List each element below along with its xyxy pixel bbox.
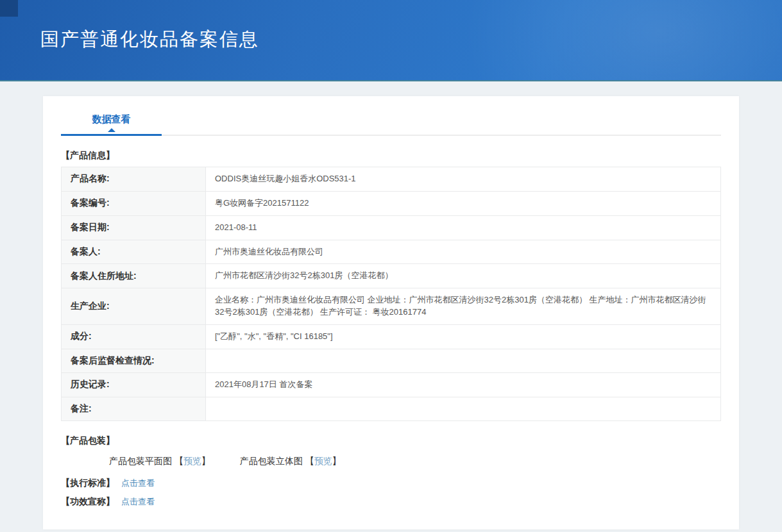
page-title: 国产普通化妆品备案信息 (40, 27, 259, 53)
packaging-flat-label: 产品包装平面图 (109, 456, 172, 466)
header-corner-decoration (0, 0, 18, 17)
row-label: 历史记录: (62, 372, 206, 397)
row-value: 广州市奥迪丝化妆品有限公司 (206, 240, 721, 264)
table-row: 历史记录:2021年08月17日 首次备案 (62, 372, 721, 397)
standard-section-title: 【执行标准】 (61, 478, 115, 488)
bracket-close: 】 (332, 456, 341, 466)
row-value: 2021-08-11 (206, 215, 721, 240)
table-row: 备案编号:粤G妆网备字2021571122 (62, 191, 721, 215)
product-info-section-title: 【产品信息】 (61, 150, 721, 162)
row-value: 企业名称：广州市奥迪丝化妆品有限公司 企业地址：广州市花都区清沙街32号2栋30… (206, 288, 721, 325)
preview-link-flat[interactable]: 预览 (183, 456, 201, 466)
header-glow-decoration (461, 0, 782, 81)
bracket-open: 【 (305, 456, 314, 466)
row-value: ODDIS奥迪丝玩趣小姐香水ODS531-1 (206, 167, 721, 192)
table-row: 备注: (62, 397, 721, 420)
row-value (206, 349, 721, 372)
packaging-flat-group: 产品包装平面图 【预览】 (109, 456, 210, 467)
row-label: 备案人: (62, 240, 206, 264)
row-label: 生产企业: (62, 288, 206, 325)
table-row: 备案人住所地址:广州市花都区清沙街32号2栋301房（空港花都） (62, 264, 721, 288)
row-label: 产品名称: (62, 167, 206, 192)
content-card: 数据查看 【产品信息】 产品名称:ODDIS奥迪丝玩趣小姐香水ODS531-1备… (43, 96, 739, 529)
table-row: 备案人:广州市奥迪丝化妆品有限公司 (62, 240, 721, 264)
table-row: 备案日期:2021-08-11 (62, 215, 721, 240)
efficacy-section-title: 【功效宣称】 (61, 496, 115, 506)
tab-bar: 数据查看 (61, 96, 721, 136)
product-info-table: 产品名称:ODDIS奥迪丝玩趣小姐香水ODS531-1备案编号:粤G妆网备字20… (61, 167, 721, 421)
row-value: 粤G妆网备字2021571122 (206, 191, 721, 215)
row-value (206, 397, 721, 420)
row-value: 广州市花都区清沙街32号2栋301房（空港花都） (206, 264, 721, 288)
standard-line: 【执行标准】点击查看 (61, 478, 721, 489)
packaging-stereo-label: 产品包装立体图 (240, 456, 303, 466)
row-label: 备案人住所地址: (62, 264, 206, 288)
bracket-close: 】 (201, 456, 210, 466)
tab-data-view-label: 数据查看 (92, 113, 131, 124)
packaging-stereo-group: 产品包装立体图 【预览】 (240, 456, 341, 467)
tab-data-view[interactable]: 数据查看 (61, 113, 162, 136)
product-table-body: 产品名称:ODDIS奥迪丝玩趣小姐香水ODS531-1备案编号:粤G妆网备字20… (62, 167, 721, 421)
page-header: 国产普通化妆品备案信息 (0, 0, 782, 81)
row-label: 成分: (62, 324, 206, 349)
packaging-line: 产品包装平面图 【预览】 产品包装立体图 【预览】 (109, 456, 721, 467)
preview-link-stereo[interactable]: 预览 (314, 456, 332, 466)
packaging-section-title: 【产品包装】 (61, 435, 721, 447)
standard-view-link[interactable]: 点击查看 (121, 478, 155, 488)
table-row: 产品名称:ODDIS奥迪丝玩趣小姐香水ODS531-1 (62, 167, 721, 192)
row-label: 备案日期: (62, 215, 206, 240)
row-value: ["乙醇", "水", "香精", "CI 16185"] (206, 324, 721, 349)
row-label: 备案编号: (62, 191, 206, 215)
efficacy-view-link[interactable]: 点击查看 (121, 497, 155, 506)
table-row: 备案后监督检查情况: (62, 349, 721, 372)
row-label: 备案后监督检查情况: (62, 349, 206, 372)
row-label: 备注: (62, 397, 206, 420)
row-value: 2021年08月17日 首次备案 (206, 372, 721, 397)
bracket-open: 【 (174, 456, 183, 466)
table-row: 生产企业:企业名称：广州市奥迪丝化妆品有限公司 企业地址：广州市花都区清沙街32… (62, 288, 721, 325)
efficacy-line: 【功效宣称】点击查看 (61, 496, 721, 508)
table-row: 成分:["乙醇", "水", "香精", "CI 16185"] (62, 324, 721, 349)
